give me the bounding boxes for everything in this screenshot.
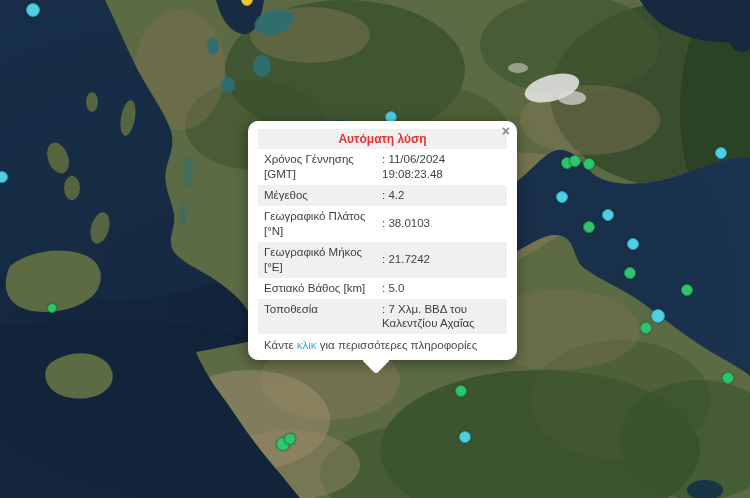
event-marker-green[interactable]	[681, 284, 693, 296]
event-marker-cyan[interactable]	[651, 309, 665, 323]
close-icon[interactable]: ×	[502, 124, 510, 138]
event-marker-green[interactable]	[569, 155, 581, 167]
popup-table: Χρόνος Γέννησης [GMT] : 11/06/2024 19:08…	[258, 149, 507, 334]
popup-title: Αυτόματη λύση	[258, 129, 507, 149]
row-label: Μέγεθος	[258, 185, 380, 206]
table-row-longitude: Γεωγραφικό Μήκος [°E] : 21.7242	[258, 242, 507, 278]
row-value: : 7 Χλμ. ΒΒΔ του Καλεντζίου Αχαΐας	[380, 299, 507, 335]
table-row-location: Τοποθεσία : 7 Χλμ. ΒΒΔ του Καλεντζίου Αχ…	[258, 299, 507, 335]
event-marker-cyan[interactable]	[0, 171, 8, 183]
map-stage[interactable]: × Αυτόματη λύση Χρόνος Γέννησης [GMT] : …	[0, 0, 750, 498]
event-marker-cyan[interactable]	[715, 147, 727, 159]
event-marker-cyan[interactable]	[602, 209, 614, 221]
event-marker-green[interactable]	[455, 385, 467, 397]
event-marker-yellow[interactable]	[241, 0, 253, 6]
table-row-magnitude: Μέγεθος : 4.2	[258, 185, 507, 206]
earthquake-popup: × Αυτόματη λύση Χρόνος Γέννησης [GMT] : …	[248, 121, 517, 360]
row-value: : 5.0	[380, 278, 507, 299]
event-marker-green[interactable]	[47, 303, 57, 313]
event-marker-cyan[interactable]	[627, 238, 639, 250]
event-marker-green[interactable]	[640, 322, 652, 334]
row-label: Εστιακό Βάθος [km]	[258, 278, 380, 299]
row-label: Χρόνος Γέννησης [GMT]	[258, 149, 380, 185]
more-info-link[interactable]: κλικ	[297, 339, 317, 351]
event-marker-green[interactable]	[583, 158, 595, 170]
event-marker-green[interactable]	[583, 221, 595, 233]
row-value: : 4.2	[380, 185, 507, 206]
row-label: Τοποθεσία	[258, 299, 380, 335]
footer-text: για περισσότερες πληροφορίες	[317, 339, 478, 351]
row-value: : 21.7242	[380, 242, 507, 278]
event-marker-green[interactable]	[284, 433, 296, 445]
row-label: Γεωγραφικό Πλάτος [°N]	[258, 206, 380, 242]
popup-footer: Κάντε κλικ για περισσότερες πληροφορίες	[258, 334, 507, 354]
table-row-depth: Εστιακό Βάθος [km] : 5.0	[258, 278, 507, 299]
table-row-latitude: Γεωγραφικό Πλάτος [°N] : 38.0103	[258, 206, 507, 242]
event-marker-green[interactable]	[624, 267, 636, 279]
table-row-origin-time: Χρόνος Γέννησης [GMT] : 11/06/2024 19:08…	[258, 149, 507, 185]
event-marker-cyan[interactable]	[26, 3, 40, 17]
event-marker-cyan[interactable]	[459, 431, 471, 443]
event-marker-green[interactable]	[722, 372, 734, 384]
footer-text: Κάντε	[264, 339, 297, 351]
row-value: : 38.0103	[380, 206, 507, 242]
row-value: : 11/06/2024 19:08:23.48	[380, 149, 507, 185]
event-marker-cyan[interactable]	[556, 191, 568, 203]
row-label: Γεωγραφικό Μήκος [°E]	[258, 242, 380, 278]
